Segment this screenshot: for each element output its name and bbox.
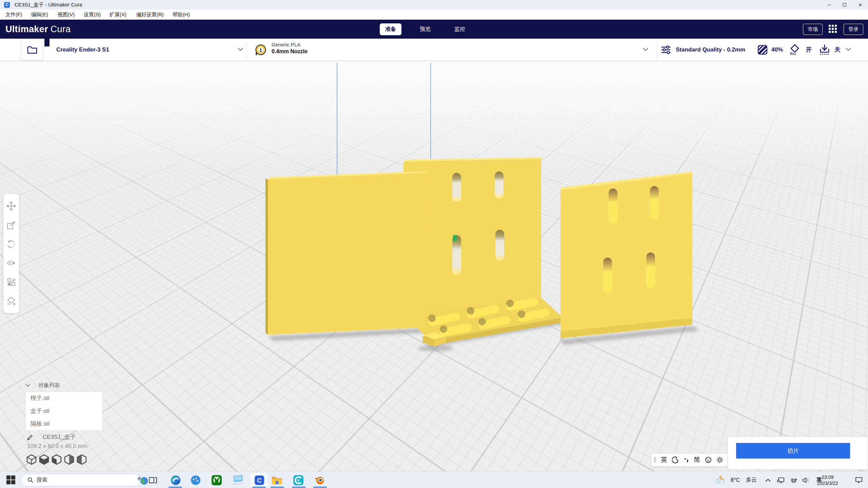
printer-name: Creality Ender-3 S1 [56,46,109,53]
monitor-app-icon [232,475,243,485]
ime-language-toggle[interactable]: 英 [661,455,667,464]
close-button[interactable]: × [852,0,868,9]
chevron-down-icon [25,384,30,387]
tab-prepare[interactable]: 准备 [380,23,401,35]
taskbar-app-creality[interactable] [293,474,304,486]
object-list-item[interactable]: 隔板.stl [26,418,102,430]
view-front-button[interactable] [39,454,49,465]
window-title: CE3S1_盒子 - Ultimaker Cura [15,2,82,8]
ime-drag-handle[interactable] [654,457,656,463]
tab-preview[interactable]: 预览 [414,23,436,35]
model-box-right-wall[interactable] [560,171,692,338]
task-view-button[interactable] [147,474,159,486]
cloudy-night-icon [715,474,726,485]
taskbar-app-blender[interactable] [314,474,325,486]
tray-volume-button[interactable] [800,474,812,486]
menu-edit[interactable]: 编辑(E) [29,9,50,20]
scale-icon [7,221,16,229]
menu-file[interactable]: 文件(F) [3,9,24,20]
chevron-down-icon [237,47,243,52]
taskbar-app-explorer[interactable] [271,474,283,486]
ime-settings-gear-icon[interactable] [716,456,723,463]
applications-grid-icon[interactable] [829,25,837,34]
rotate-tool-button[interactable] [5,238,17,250]
view-left-button[interactable] [64,454,74,465]
extruder-1-icon: 1 [254,44,267,57]
maximize-button[interactable] [837,0,852,9]
tray-overflow-button[interactable] [762,474,774,486]
weather-temperature[interactable]: 8°C [731,472,740,488]
object-list-panel: 楔子.stl 盒子.stl 隔板.stl [25,391,103,431]
running-indicator [313,487,327,488]
material-selector[interactable]: 1 Generic PLA 0.4mm Nozzle [249,39,656,61]
tray-cast-button[interactable] [788,474,800,486]
view-3d-button[interactable] [26,454,37,465]
xbox-icon [211,475,222,486]
mirror-tool-button[interactable] [5,257,17,269]
support-blocker-button[interactable] [5,295,17,307]
profile-name: Standard Quality - 0.2mm [676,39,745,61]
configuration-bar: Creality Ender-3 S1 1 Generic PLA 0.4mm … [0,39,868,61]
separator [246,41,247,58]
viewport-3d[interactable]: 对象列表 楔子.stl 盒子.stl 隔板.stl CE3S1_盒子 108.2… [0,61,868,471]
scale-tool-button[interactable] [5,219,17,231]
object-list-header[interactable]: 对象列表 [25,382,60,389]
taskbar-clock[interactable]: 23:09 2023/3/22 [813,474,842,486]
sign-in-button[interactable]: 登录 [844,24,863,35]
support-blocker-icon [6,296,16,306]
per-model-settings-button[interactable] [5,276,17,288]
start-button[interactable] [6,475,16,485]
search-placeholder: 搜索 [37,476,47,484]
blue-dots-app-icon [190,475,201,486]
material-name: Generic PLA [272,42,308,47]
mirror-icon [6,259,16,267]
open-file-button[interactable] [21,39,43,61]
infill-icon [757,44,768,55]
view-top-button[interactable] [52,454,62,465]
app-header: Ultimaker Cura 准备 预览 监控 市场 登录 [0,20,868,39]
running-indicator [169,487,182,488]
minimize-button[interactable] [821,0,837,9]
slice-button[interactable]: 切片 [736,443,850,459]
view-right-button[interactable] [77,454,87,465]
tray-network-button[interactable] [775,474,787,486]
move-tool-button[interactable] [5,200,17,212]
weather-widget-icon[interactable] [715,474,726,485]
menu-extensions[interactable]: 扩展(X) [107,9,129,20]
tab-monitor[interactable]: 监控 [449,23,471,35]
marketplace-button[interactable]: 市场 [803,24,823,35]
printer-selector[interactable]: Creality Ender-3 S1 [51,39,246,61]
taskbar-app-display[interactable] [232,474,243,486]
menu-preferences[interactable]: 偏好设置(R) [134,9,166,20]
taskbar-search-box[interactable]: 搜索 [21,474,141,486]
action-panel: 切片 [727,436,868,470]
print-settings-selector[interactable]: Standard Quality - 0.2mm 40% 开 [657,39,848,61]
blender-icon [314,475,325,485]
weather-condition[interactable]: 多云 [746,472,757,488]
notification-center-button[interactable] [853,474,865,486]
taskbar-app-xbox[interactable] [211,474,222,486]
chevron-down-icon [845,47,851,52]
running-indicator [271,487,284,488]
model-divider-panel[interactable] [265,171,428,335]
sliders-icon [661,45,671,55]
ime-charset-toggle[interactable]: 简 [694,455,700,464]
running-indicator [252,487,266,488]
rename-pencil-icon[interactable] [26,434,34,441]
ime-punctuation-icon[interactable] [684,457,689,463]
ime-emoji-icon[interactable] [705,456,712,463]
object-list-item[interactable]: 盒子.stl [26,405,102,418]
taskbar-app-edge[interactable] [170,474,181,486]
menu-help[interactable]: 帮助(H) [171,9,192,20]
object-list-item[interactable]: 楔子.stl [26,392,102,405]
menu-view[interactable]: 视图(V) [56,9,77,20]
search-icon [27,477,33,483]
cast-icon [790,477,797,483]
creality-c-icon [293,475,304,486]
taskbar-app-cura[interactable]: C [254,474,265,486]
adhesion-state: 关 [834,39,840,61]
ime-moon-icon[interactable] [672,456,679,463]
taskbar-app-meeting[interactable] [190,474,201,486]
infill-value: 40% [771,39,783,61]
menu-settings[interactable]: 设置(S) [82,9,103,20]
